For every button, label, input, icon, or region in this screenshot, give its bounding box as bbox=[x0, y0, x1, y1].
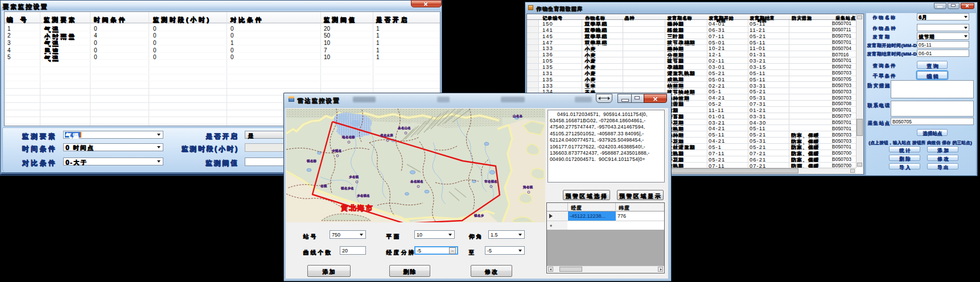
svg-text:镇名乡: 镇名乡 bbox=[474, 214, 484, 217]
svg-text:乡名镇名: 乡名镇名 bbox=[357, 194, 370, 197]
svg-text:省名水库: 省名水库 bbox=[380, 134, 393, 137]
svg-text:镇名称: 镇名称 bbox=[307, 159, 316, 163]
svg-text:海名镇: 海名镇 bbox=[523, 185, 533, 189]
svg-text:乡镇名: 乡镇名 bbox=[332, 149, 341, 152]
svg-text:名镇: 名镇 bbox=[320, 184, 327, 188]
svg-text:乡名镇: 乡名镇 bbox=[349, 175, 359, 179]
svg-text:县名城名: 县名城名 bbox=[410, 180, 423, 183]
svg-text:县名山名: 县名山名 bbox=[398, 126, 411, 130]
svg-text:山名县: 山名县 bbox=[513, 114, 522, 118]
svg-text:地名名称: 地名名称 bbox=[341, 135, 355, 139]
svg-text:黄北海市: 黄北海市 bbox=[341, 204, 374, 212]
svg-text:镇名乡名: 镇名乡名 bbox=[341, 186, 354, 190]
svg-text:市名镇名: 市名镇名 bbox=[484, 180, 497, 183]
